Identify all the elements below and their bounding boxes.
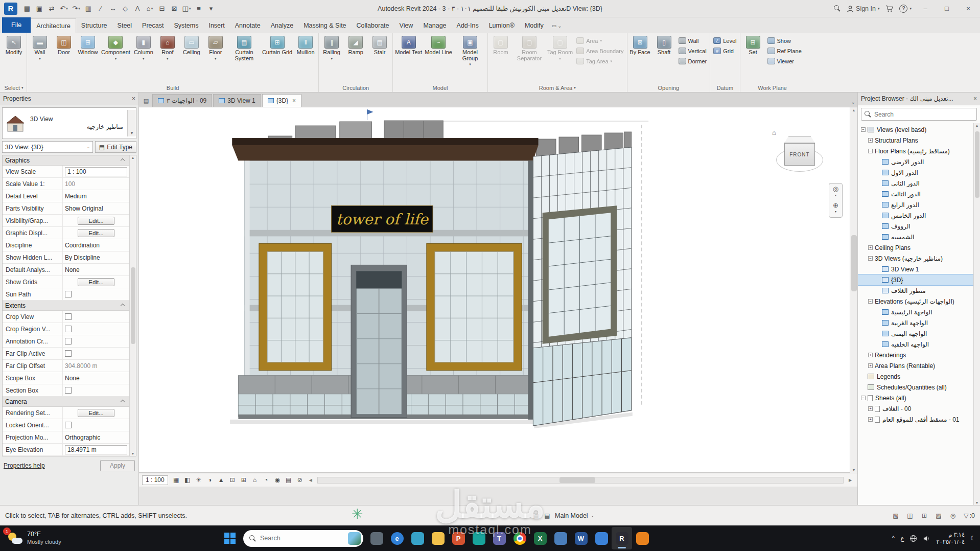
view-tab-3d-view-1[interactable]: 3D View 1 xyxy=(213,94,261,107)
taskbar-app-file-explorer[interactable] xyxy=(428,527,448,549)
locked-orient-checkbox[interactable] xyxy=(65,422,72,428)
level-button[interactable]: ∠Level xyxy=(711,36,738,45)
view-scale-input[interactable]: 1 : 100 xyxy=(65,167,127,176)
worksets-status-icon[interactable]: ▦ xyxy=(531,512,541,520)
component-dropdown-icon[interactable]: ▾ xyxy=(115,57,117,61)
rendering-set-edit-button[interactable]: Edit... xyxy=(78,409,114,417)
scrollbar-thumb[interactable] xyxy=(851,235,857,291)
ribbon-tab-steel[interactable]: Steel xyxy=(112,18,137,33)
taskbar-app-chrome[interactable] xyxy=(509,527,530,549)
tree-item-node-10[interactable]: الشمسيه xyxy=(858,232,973,242)
detail-level-icon[interactable]: ▦ xyxy=(171,475,181,485)
tree-item-00[interactable]: +00 - الغلاف xyxy=(858,403,973,414)
ribbon-tab-collaborate[interactable]: Collaborate xyxy=(352,18,394,33)
undo-icon[interactable]: ↶▾ xyxy=(58,3,69,15)
parts-visibility-value[interactable]: Show Original xyxy=(65,205,103,212)
model-canvas[interactable]: tower of life xyxy=(139,107,850,473)
notification-center-icon[interactable]: ☾ xyxy=(970,535,976,542)
tree-item-node-20[interactable]: الواجهه الخلفيه xyxy=(858,339,973,350)
browser-search-input[interactable] xyxy=(874,111,973,118)
type-selector[interactable]: 3D View مناظير خارجيه ▾ xyxy=(2,107,136,139)
instance-combo[interactable]: 3D View: {3D} ⌄ xyxy=(2,141,93,153)
scrollbar-thumb[interactable] xyxy=(975,131,979,198)
tree-item-area-plans-rentable[interactable]: +Area Plans (Rentable) xyxy=(858,360,973,371)
ribbon-tab-insert[interactable]: Insert xyxy=(203,18,229,33)
floor-button[interactable]: ▱Floor▾ xyxy=(204,34,227,61)
minus-expander-icon[interactable]: − xyxy=(861,127,866,132)
scope-box-value[interactable]: None xyxy=(65,375,80,382)
panel-label-work-plane[interactable]: Work Plane xyxy=(741,83,804,92)
tree-item-3d-views[interactable]: −3D Views (مناظير خارجيه) xyxy=(858,253,973,264)
room-button[interactable]: ▢Room xyxy=(489,34,512,56)
canvas-horizontal-scrollbar[interactable] xyxy=(317,477,844,484)
temporary-view-properties-icon[interactable]: ▤ xyxy=(284,475,294,485)
visibility-grap-edit-button[interactable]: Edit... xyxy=(78,217,114,225)
view-tab-09[interactable]: 09 - الواجهات ٣ xyxy=(152,94,212,107)
tree-item-sheets-all[interactable]: −Sheets (all) xyxy=(858,393,973,403)
model-group-button[interactable]: ▣Model Group▾ xyxy=(454,34,486,67)
weather-widget[interactable]: 1 70°F Mostly cloudy xyxy=(3,525,65,551)
scroll-up-icon[interactable]: ▲ xyxy=(852,108,856,112)
vertical-button[interactable]: Vertical xyxy=(676,47,709,55)
reveal-hidden-elements-icon[interactable]: ◉ xyxy=(272,475,283,485)
column-dropdown-icon[interactable]: ▾ xyxy=(143,57,145,61)
plus-expander-icon[interactable]: + xyxy=(868,138,873,143)
volume-icon[interactable] xyxy=(923,535,930,542)
main-model-selector[interactable]: Main Model xyxy=(555,512,588,519)
section-graphics[interactable]: Graphics xyxy=(3,155,129,166)
roof-button[interactable]: ⌂Roof▾ xyxy=(156,34,179,61)
wall-dropdown-icon[interactable]: ▾ xyxy=(39,57,41,61)
section-box-checkbox[interactable] xyxy=(65,387,72,394)
tree-item-3d-view-1[interactable]: 3D View 1 xyxy=(858,264,973,274)
panel-label-build[interactable]: Build xyxy=(28,83,317,92)
model-line-button[interactable]: ~Model Line xyxy=(424,34,453,56)
tree-item-node-3[interactable]: الدور الارضى xyxy=(858,156,973,167)
panel-label-select[interactable]: Select▾ xyxy=(2,83,26,92)
tree-item-floor-plans[interactable]: −Floor Plans (مساقط رئيسيه) xyxy=(858,146,973,156)
ribbon-tab-annotate[interactable]: Annotate xyxy=(230,18,266,33)
dormer-button[interactable]: Dormer xyxy=(676,57,709,65)
crop-view-icon[interactable]: ⊡ xyxy=(227,475,238,485)
tree-item-node-8[interactable]: الدور الخامس xyxy=(858,210,973,221)
taskbar-app-edge[interactable]: e xyxy=(387,527,407,549)
taskbar-app-powerpoint[interactable]: P xyxy=(448,527,469,549)
plus-expander-icon[interactable]: + xyxy=(868,406,873,411)
temporary-hide-isolate-icon[interactable]: ◔ xyxy=(261,475,271,485)
ribbon-tab-precast[interactable]: Precast xyxy=(137,18,169,33)
print-icon[interactable]: ▥ xyxy=(83,3,94,15)
measure-icon[interactable]: ∕ xyxy=(95,3,106,15)
minus-expander-icon[interactable]: − xyxy=(861,396,866,400)
column-button[interactable]: ▮Column▾ xyxy=(132,34,155,61)
ribbon-tab-manage[interactable]: Manage xyxy=(418,18,451,33)
close-project-browser-icon[interactable]: × xyxy=(973,95,977,102)
taskbar-app-store[interactable] xyxy=(407,527,428,549)
taskbar-app-word[interactable]: W xyxy=(571,527,591,549)
detail-level-value[interactable]: Medium xyxy=(65,193,87,200)
properties-help-link[interactable]: Properties help xyxy=(4,462,45,469)
shadows-toggle-icon[interactable]: ◑ xyxy=(205,475,215,485)
tree-item-01[interactable]: +01 - مسقط أفقى للموقع العام xyxy=(858,414,973,425)
section-camera[interactable]: Camera xyxy=(3,397,129,407)
scroll-left-icon[interactable]: ◀ xyxy=(307,475,315,485)
railing-dropdown-icon[interactable]: ▾ xyxy=(331,57,333,61)
mullion-button[interactable]: ‖Mullion xyxy=(294,34,317,56)
help-button[interactable]: ? ▾ xyxy=(899,5,912,13)
panel-label-circulation[interactable]: Circulation xyxy=(320,83,391,92)
taskbar-app-calculator[interactable] xyxy=(550,527,571,549)
sign-in-button[interactable]: Sign In ▾ xyxy=(847,5,879,12)
default-analys-value[interactable]: None xyxy=(65,266,80,273)
view-scale-control[interactable]: 1 : 100 xyxy=(142,475,168,485)
show-rendering-dialog-icon[interactable]: ▲ xyxy=(216,475,226,485)
tab-overflow-icon[interactable]: ⌄ xyxy=(851,99,855,105)
switch-windows-icon-arrow[interactable]: ▾ xyxy=(189,7,191,11)
taskbar-app-excel[interactable]: X xyxy=(530,527,550,549)
browser-scrollbar[interactable]: ▲ ▼ xyxy=(973,123,980,505)
area-boundary-button[interactable]: Area Boundary xyxy=(574,47,625,55)
ref-plane-button[interactable]: Ref Plane xyxy=(765,47,804,55)
tag-room-button[interactable]: ▢Tag Room▾ xyxy=(546,34,574,61)
scroll-right-icon[interactable]: ▶ xyxy=(846,475,854,485)
close-button[interactable]: × xyxy=(961,2,976,15)
editable-only-icon[interactable]: ▧ xyxy=(891,512,900,520)
scrollbar-thumb[interactable] xyxy=(131,267,135,344)
collapse-section-icon[interactable] xyxy=(121,303,125,307)
